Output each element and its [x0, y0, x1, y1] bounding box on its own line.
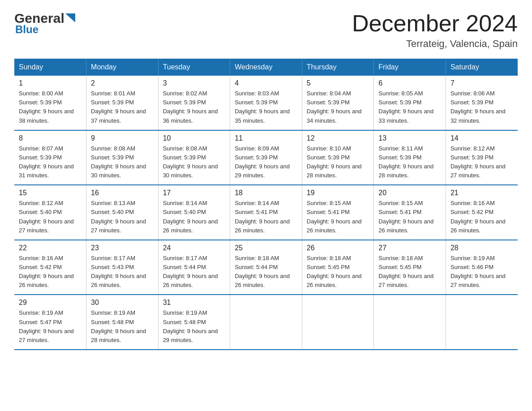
day-info: Sunrise: 8:19 AMSunset: 5:47 PMDaylight:… — [19, 308, 82, 345]
day-info: Sunrise: 8:16 AMSunset: 5:42 PMDaylight:… — [19, 254, 82, 290]
day-number: 14 — [450, 134, 513, 142]
calendar-table: SundayMondayTuesdayWednesdayThursdayFrid… — [14, 59, 518, 350]
calendar-body: 1Sunrise: 8:00 AMSunset: 5:39 PMDaylight… — [14, 76, 518, 350]
day-cell: 26Sunrise: 8:18 AMSunset: 5:45 PMDayligh… — [302, 240, 374, 295]
day-number: 25 — [235, 244, 297, 252]
day-cell: 17Sunrise: 8:14 AMSunset: 5:40 PMDayligh… — [158, 185, 230, 240]
day-number: 22 — [19, 244, 82, 252]
day-cell: 14Sunrise: 8:12 AMSunset: 5:39 PMDayligh… — [446, 130, 518, 185]
day-info: Sunrise: 8:01 AMSunset: 5:39 PMDaylight:… — [91, 89, 154, 125]
day-number: 28 — [450, 244, 513, 252]
day-info: Sunrise: 8:03 AMSunset: 5:39 PMDaylight:… — [235, 89, 297, 125]
day-info: Sunrise: 8:05 AMSunset: 5:39 PMDaylight:… — [378, 89, 441, 125]
day-info: Sunrise: 8:08 AMSunset: 5:39 PMDaylight:… — [163, 144, 226, 180]
day-cell: 18Sunrise: 8:14 AMSunset: 5:41 PMDayligh… — [230, 185, 302, 240]
day-cell: 7Sunrise: 8:06 AMSunset: 5:39 PMDaylight… — [446, 76, 518, 130]
day-cell: 23Sunrise: 8:17 AMSunset: 5:43 PMDayligh… — [86, 240, 159, 295]
day-cell — [374, 295, 446, 350]
day-number: 26 — [307, 244, 369, 252]
day-number: 4 — [235, 79, 297, 87]
day-info: Sunrise: 8:15 AMSunset: 5:41 PMDaylight:… — [378, 199, 441, 235]
day-number: 5 — [307, 79, 369, 87]
day-number: 9 — [91, 134, 154, 142]
day-cell: 21Sunrise: 8:16 AMSunset: 5:42 PMDayligh… — [446, 185, 518, 240]
day-cell: 10Sunrise: 8:08 AMSunset: 5:39 PMDayligh… — [158, 130, 230, 185]
week-row-5: 29Sunrise: 8:19 AMSunset: 5:47 PMDayligh… — [14, 295, 518, 350]
calendar-title: December 2024 — [352, 11, 518, 36]
day-number: 11 — [235, 134, 297, 142]
day-cell: 5Sunrise: 8:04 AMSunset: 5:39 PMDaylight… — [302, 76, 374, 130]
header-row: SundayMondayTuesdayWednesdayThursdayFrid… — [14, 59, 518, 76]
svg-marker-0 — [65, 13, 75, 22]
day-info: Sunrise: 8:14 AMSunset: 5:40 PMDaylight:… — [163, 199, 226, 235]
day-cell: 11Sunrise: 8:09 AMSunset: 5:39 PMDayligh… — [230, 130, 302, 185]
day-number: 12 — [307, 134, 369, 142]
day-number: 6 — [378, 79, 441, 87]
day-cell: 9Sunrise: 8:08 AMSunset: 5:39 PMDaylight… — [86, 130, 159, 185]
day-info: Sunrise: 8:17 AMSunset: 5:43 PMDaylight:… — [91, 254, 154, 290]
day-info: Sunrise: 8:18 AMSunset: 5:45 PMDaylight:… — [307, 254, 369, 290]
logo-arrow-icon — [65, 13, 75, 22]
day-number: 15 — [19, 189, 82, 197]
header-cell-friday: Friday — [374, 59, 446, 76]
day-number: 27 — [378, 244, 441, 252]
calendar-subtitle: Terrateig, Valencia, Spain — [352, 38, 518, 50]
day-cell: 12Sunrise: 8:10 AMSunset: 5:39 PMDayligh… — [302, 130, 374, 185]
day-info: Sunrise: 8:09 AMSunset: 5:39 PMDaylight:… — [235, 144, 297, 180]
header-cell-saturday: Saturday — [446, 59, 518, 76]
day-number: 20 — [378, 189, 441, 197]
day-number: 3 — [163, 79, 226, 87]
day-cell: 13Sunrise: 8:11 AMSunset: 5:39 PMDayligh… — [374, 130, 446, 185]
day-number: 17 — [163, 189, 226, 197]
day-cell — [230, 295, 302, 350]
week-row-2: 8Sunrise: 8:07 AMSunset: 5:39 PMDaylight… — [14, 130, 518, 185]
day-cell: 15Sunrise: 8:12 AMSunset: 5:40 PMDayligh… — [14, 185, 86, 240]
day-number: 31 — [163, 299, 226, 307]
day-cell: 31Sunrise: 8:19 AMSunset: 5:48 PMDayligh… — [158, 295, 230, 350]
day-info: Sunrise: 8:19 AMSunset: 5:46 PMDaylight:… — [450, 254, 513, 290]
day-number: 8 — [19, 134, 82, 142]
day-info: Sunrise: 8:07 AMSunset: 5:39 PMDaylight:… — [19, 144, 82, 180]
day-cell — [446, 295, 518, 350]
title-block: December 2024 Terrateig, Valencia, Spain — [352, 11, 518, 50]
day-info: Sunrise: 8:00 AMSunset: 5:39 PMDaylight:… — [19, 89, 82, 125]
day-number: 1 — [19, 79, 82, 87]
day-number: 21 — [450, 189, 513, 197]
day-cell: 2Sunrise: 8:01 AMSunset: 5:39 PMDaylight… — [86, 76, 159, 130]
day-info: Sunrise: 8:19 AMSunset: 5:48 PMDaylight:… — [91, 308, 154, 345]
header-cell-tuesday: Tuesday — [158, 59, 230, 76]
header-cell-monday: Monday — [86, 59, 159, 76]
day-number: 30 — [91, 299, 154, 307]
day-info: Sunrise: 8:18 AMSunset: 5:44 PMDaylight:… — [235, 254, 297, 290]
header-cell-thursday: Thursday — [302, 59, 374, 76]
day-number: 19 — [307, 189, 369, 197]
day-info: Sunrise: 8:12 AMSunset: 5:40 PMDaylight:… — [19, 199, 82, 235]
page-header: General Blue December 2024 Terrateig, Va… — [14, 11, 518, 50]
logo-blue-text: Blue — [15, 23, 39, 36]
day-info: Sunrise: 8:08 AMSunset: 5:39 PMDaylight:… — [91, 144, 154, 180]
day-cell: 27Sunrise: 8:18 AMSunset: 5:45 PMDayligh… — [374, 240, 446, 295]
day-number: 18 — [235, 189, 297, 197]
day-number: 2 — [91, 79, 154, 87]
week-row-4: 22Sunrise: 8:16 AMSunset: 5:42 PMDayligh… — [14, 240, 518, 295]
day-number: 16 — [91, 189, 154, 197]
day-cell: 1Sunrise: 8:00 AMSunset: 5:39 PMDaylight… — [14, 76, 86, 130]
day-cell — [302, 295, 374, 350]
day-info: Sunrise: 8:14 AMSunset: 5:41 PMDaylight:… — [235, 199, 297, 235]
day-cell: 19Sunrise: 8:15 AMSunset: 5:41 PMDayligh… — [302, 185, 374, 240]
day-cell: 6Sunrise: 8:05 AMSunset: 5:39 PMDaylight… — [374, 76, 446, 130]
day-cell: 20Sunrise: 8:15 AMSunset: 5:41 PMDayligh… — [374, 185, 446, 240]
week-row-1: 1Sunrise: 8:00 AMSunset: 5:39 PMDaylight… — [14, 76, 518, 130]
day-cell: 22Sunrise: 8:16 AMSunset: 5:42 PMDayligh… — [14, 240, 86, 295]
day-cell: 16Sunrise: 8:13 AMSunset: 5:40 PMDayligh… — [86, 185, 159, 240]
day-cell: 24Sunrise: 8:17 AMSunset: 5:44 PMDayligh… — [158, 240, 230, 295]
day-cell: 29Sunrise: 8:19 AMSunset: 5:47 PMDayligh… — [14, 295, 86, 350]
day-cell: 4Sunrise: 8:03 AMSunset: 5:39 PMDaylight… — [230, 76, 302, 130]
day-cell: 25Sunrise: 8:18 AMSunset: 5:44 PMDayligh… — [230, 240, 302, 295]
day-cell: 3Sunrise: 8:02 AMSunset: 5:39 PMDaylight… — [158, 76, 230, 130]
day-info: Sunrise: 8:06 AMSunset: 5:39 PMDaylight:… — [450, 89, 513, 125]
day-number: 23 — [91, 244, 154, 252]
day-info: Sunrise: 8:17 AMSunset: 5:44 PMDaylight:… — [163, 254, 226, 290]
day-number: 29 — [19, 299, 82, 307]
week-row-3: 15Sunrise: 8:12 AMSunset: 5:40 PMDayligh… — [14, 185, 518, 240]
